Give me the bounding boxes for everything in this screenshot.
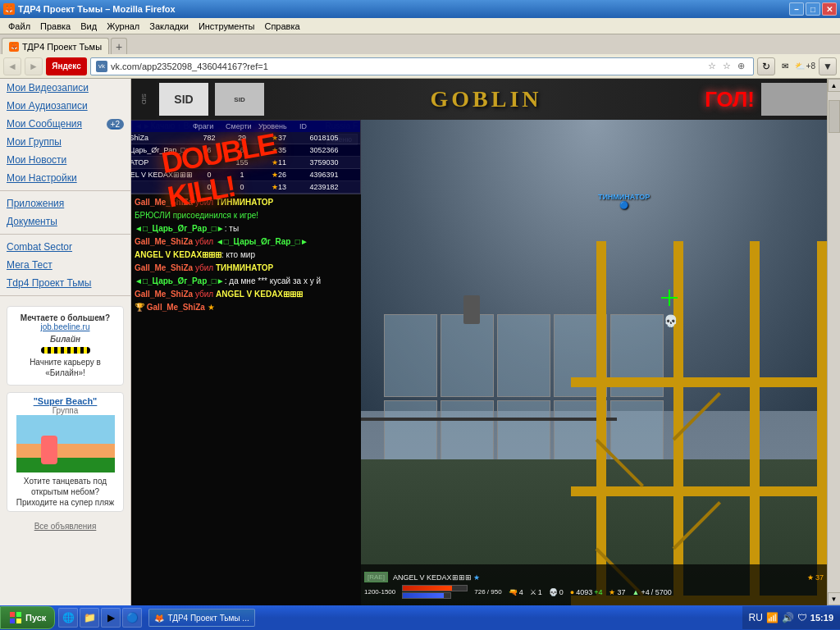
refresh-button[interactable]: ↻ <box>757 57 775 75</box>
tray-network[interactable]: 📶 <box>766 612 778 623</box>
svg-rect-0 <box>10 612 15 617</box>
menu-edit[interactable]: Правка <box>35 20 75 33</box>
hud-gold-stat: ● 4093 +4 <box>570 588 603 596</box>
game-viewport: ТИНМИНАТОР 🔵 💀 [RAE] ANGEL V KEDAX⊞⊞⊞ ★ <box>361 120 827 605</box>
scroll-up-button[interactable]: ▲ <box>828 79 841 92</box>
taskbar-app-unknown[interactable]: 🔵 <box>122 608 142 628</box>
sidebar-item-tdp4[interactable]: Tdp4 Проект Тьмы <box>0 274 130 292</box>
tray-security[interactable]: 🛡 <box>797 612 807 623</box>
sidebar-item-combat-sector[interactable]: Combat Sector <box>0 238 130 256</box>
bg-window-1 <box>384 314 437 398</box>
vk-favicon: vk <box>96 61 107 72</box>
hud-level: ★ 37 <box>807 573 824 582</box>
menu-bookmarks[interactable]: Закладки <box>144 20 194 33</box>
menubar: Файл Правка Вид Журнал Закладки Инструме… <box>0 18 840 34</box>
game-scene: ТИНМИНАТОР 🔵 💀 [RAE] ANGEL V KEDAX⊞⊞⊞ ★ <box>361 120 827 605</box>
game-area: ◄►Качаю ↑ Всех◄►: Russia F Меню DOUBLEKI… <box>131 120 827 605</box>
star-icon[interactable]: ☆ <box>705 60 719 73</box>
taskbar-app-media[interactable]: ▶ <box>101 608 121 628</box>
banner-logo2: SID <box>215 83 264 116</box>
taskbar-app-explorer[interactable]: 📁 <box>80 608 99 628</box>
hud-health-vals: 726 / 950 <box>474 588 501 596</box>
sidebar-item-mega-test[interactable]: Мега Тест <box>0 256 130 274</box>
banner-sid-logo: SID <box>159 83 208 116</box>
weather-icon: ⛅ <box>795 62 805 71</box>
banner-gol-text: ГОЛ! <box>705 87 755 112</box>
menu-view[interactable]: Вид <box>75 20 102 33</box>
hud-top-row: [RAE] ANGEL V KEDAX⊞⊞⊞ ★ ★ 37 <box>361 570 827 584</box>
tray-volume[interactable]: 🔊 <box>782 612 794 623</box>
taskbar-windows: 🦊 ТДР4 Проект Тьмы ... <box>145 609 742 627</box>
menu-help[interactable]: Справка <box>259 20 304 33</box>
forward-button[interactable]: ► <box>25 57 43 75</box>
hud-player-name: ANGEL V KEDAX⊞⊞⊞ ★ <box>393 573 480 582</box>
downloads-button[interactable]: ▼ <box>819 57 837 75</box>
ad-beeline[interactable]: Мечтаете о большем? job.beeline.ru Билай… <box>7 306 124 386</box>
menu-tools[interactable]: Инструменты <box>194 20 260 33</box>
beeline-tagline: Мечтаете о большем? <box>14 313 116 322</box>
start-button[interactable]: Пуск <box>0 606 55 629</box>
mail-indicator[interactable]: ✉ <box>778 62 792 71</box>
chat-line-7: ◄□_Царь_Øг_Рар_□►: да мне *** кусай за х… <box>131 275 361 288</box>
minimize-button[interactable]: – <box>789 2 804 16</box>
sidebar-item-audio[interactable]: Мои Аудиозаписи <box>0 97 130 115</box>
sidebar-item-messages[interactable]: Мои Сообщения +2 <box>0 115 130 133</box>
maximize-button[interactable]: □ <box>806 2 820 16</box>
taskbar-window-firefox[interactable]: 🦊 ТДР4 Проект Тьмы ... <box>148 609 254 627</box>
sidebar-item-news[interactable]: Мои Новости <box>0 151 130 169</box>
firefox-icon: 🦊 <box>3 3 15 15</box>
hud-ammo-stat: 🔫 4 <box>509 588 523 596</box>
beeline-url[interactable]: job.beeline.ru <box>14 322 116 331</box>
sidebar-item-groups[interactable]: Мои Группы <box>0 133 130 151</box>
all-ads-link[interactable]: Все объявления <box>7 518 124 534</box>
col-id: ID <box>299 122 349 130</box>
back-button[interactable]: ◄ <box>3 57 21 75</box>
beach-title[interactable]: "Super Beach" <box>11 396 120 406</box>
banner-goblin-text: GOBLIN <box>267 86 705 112</box>
active-tab[interactable]: 🦊 ТДР4 Проект Тьмы <box>2 38 109 54</box>
titlebar-title: ТДР4 Проект Тьмы – Mozilla Firefox <box>18 4 176 14</box>
enemy-indicator-icon: 🔵 <box>598 201 650 209</box>
address-box[interactable]: vk vk.com/app2352098_436044167?ref=1 ☆ ☆… <box>90 57 754 75</box>
chat-line-2: БРЮСЛИ присоединился к игре! <box>131 209 361 222</box>
hud-kills-num: 1 <box>538 588 542 596</box>
ad-beach[interactable]: "Super Beach" Группа Хотите танцевать по… <box>7 392 124 512</box>
sidebar-item-settings[interactable]: Мои Настройки <box>0 169 130 187</box>
bookmark-icon[interactable]: ⊕ <box>735 60 748 73</box>
sidebar: Мои Видеозаписи Мои Аудиозаписи Мои Сооб… <box>0 79 131 605</box>
skull-icon: 💀 <box>664 314 678 327</box>
hud-bars <box>402 585 468 599</box>
hud-kills-stat: ⚔ 1 <box>530 588 542 596</box>
tray-time: 15:19 <box>810 613 833 623</box>
sidebar-item-videos[interactable]: Мои Видеозаписи <box>0 79 130 97</box>
mail-icon: ✉ <box>782 62 788 71</box>
yandex-logo[interactable]: Яндекс <box>46 57 87 75</box>
hud-gold-num: 4093 <box>576 588 592 596</box>
beeline-stripe <box>41 347 90 354</box>
sidebar-item-apps[interactable]: Приложения <box>0 194 130 212</box>
ad-area: Мечтаете о большем? job.beeline.ru Билай… <box>0 299 130 541</box>
hud-deaths-stat: 💀 0 <box>549 588 564 596</box>
chat-panel: ◄►Качаю ↑ Всех◄►: Russia F Меню DOUBLEKI… <box>131 120 361 605</box>
hud-level-star: ★ <box>807 573 814 582</box>
hud-health-range: 1200-1500 <box>364 588 395 596</box>
beach-image <box>16 415 115 472</box>
taskbar-app-ie[interactable]: 🌐 <box>58 608 78 628</box>
enemy-name: ТИНМИНАТОР <box>598 193 650 201</box>
sidebar-item-docs[interactable]: Документы <box>0 212 130 231</box>
scroll-thumb[interactable] <box>829 100 840 133</box>
hud-xp-total: / 5700 <box>651 588 672 596</box>
scroll-down-button[interactable]: ▼ <box>828 592 841 605</box>
menu-history[interactable]: Журнал <box>102 20 144 33</box>
star2-icon[interactable]: ☆ <box>720 60 733 73</box>
chat-line-5: ANGEL V KEDAX⊞⊞⊞: кто мир <box>131 249 361 262</box>
close-button[interactable]: ✕ <box>822 2 837 16</box>
titlebar-buttons: – □ ✕ <box>789 2 837 16</box>
hud-deaths-num: 0 <box>559 588 564 596</box>
new-tab-button[interactable]: + <box>111 38 127 54</box>
menu-file[interactable]: Файл <box>3 20 35 33</box>
taskbar-tray: RU 📶 🔊 🛡 15:19 <box>742 606 840 629</box>
player-character <box>463 295 480 324</box>
titlebar: 🦊 ТДР4 Проект Тьмы – Mozilla Firefox – □… <box>0 0 840 18</box>
hud-rae-badge: [RAE] <box>364 572 388 582</box>
